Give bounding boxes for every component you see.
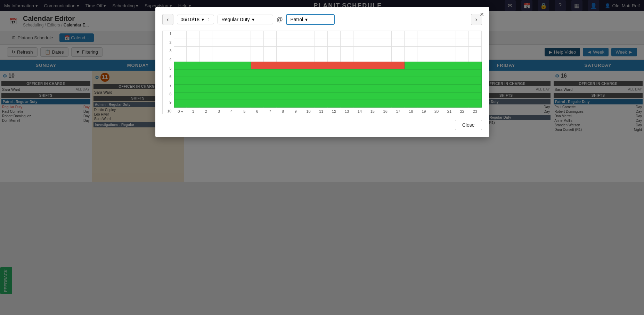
modal-duty-select[interactable]: Regular Duty ▾ — [218, 15, 273, 24]
chart-grid — [174, 31, 482, 108]
modal-date-select[interactable]: 06/10/18 ▾ : — [177, 15, 214, 24]
chart-row-10 — [174, 31, 482, 39]
chart-row-8 — [174, 46, 482, 54]
modal-location-select[interactable]: Patrol ▾ — [286, 14, 335, 25]
chart-row-1 — [174, 100, 482, 108]
modal-toolbar: ‹ 06/10/18 ▾ : Regular Duty ▾ @ Patrol ▾… — [162, 14, 482, 25]
chart-area: 10 9 8 7 6 5 4 3 2 1 — [163, 31, 482, 114]
modal-colon: : — [207, 17, 209, 22]
modal-at-symbol: @ — [277, 16, 283, 23]
chart-main-area: 0 ▾ 1 2 3 4 5 6 7 8 9 10 11 12 13 — [174, 31, 482, 114]
chart-row-9 — [174, 39, 482, 46]
chart-row-7 — [174, 54, 482, 62]
modal-close-button[interactable]: × — [480, 10, 484, 18]
chart-y-axis: 10 9 8 7 6 5 4 3 2 1 — [163, 31, 174, 114]
modal-location-value: Patrol — [290, 17, 303, 22]
modal-duty-dropdown-icon: ▾ — [252, 17, 254, 22]
modal-duty-value: Regular Duty — [221, 17, 250, 22]
modal-overlay: × ‹ 06/10/18 ▾ : Regular Duty ▾ @ Patrol… — [0, 0, 644, 182]
chart-row-4 — [174, 77, 482, 85]
chart-row-5 — [174, 69, 482, 77]
chart-row-6 — [174, 62, 482, 69]
chart-row-2 — [174, 92, 482, 100]
modal: × ‹ 06/10/18 ▾ : Regular Duty ▾ @ Patrol… — [155, 7, 489, 137]
modal-date-value: 06/10/18 — [181, 17, 200, 22]
modal-location-dropdown-icon: ▾ — [305, 17, 308, 22]
chart-row-3 — [174, 85, 482, 92]
modal-footer: Close — [162, 120, 482, 130]
chart-container: 10 9 8 7 6 5 4 3 2 1 — [162, 31, 482, 114]
modal-close-btn[interactable]: Close — [455, 120, 482, 130]
modal-date-dropdown-icon: ▾ — [202, 17, 204, 22]
modal-prev-button[interactable]: ‹ — [162, 14, 173, 25]
chart-x-axis: 0 ▾ 1 2 3 4 5 6 7 8 9 10 11 12 13 — [174, 108, 482, 114]
